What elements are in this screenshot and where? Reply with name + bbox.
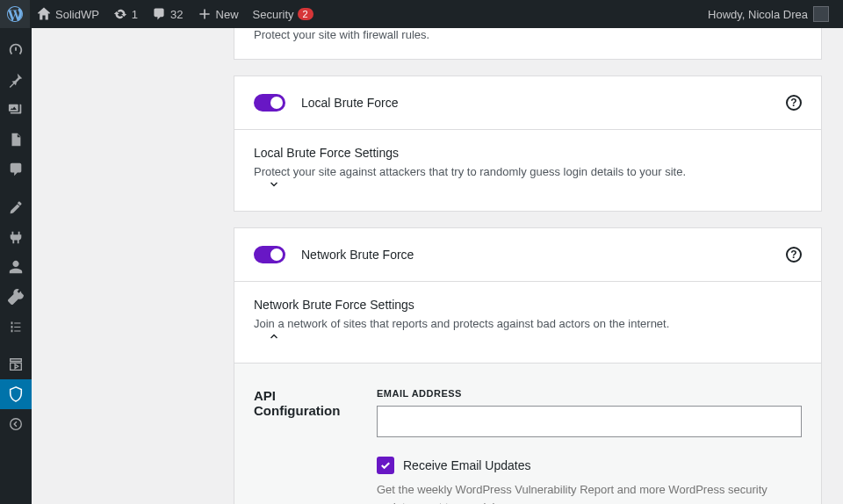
account-link[interactable]: Howdy, Nicola Drea	[701, 0, 836, 28]
sidebar-plugins[interactable]	[0, 222, 32, 252]
howdy-text: Howdy, Nicola Drea	[708, 8, 808, 21]
network-bf-expanded: API Configuration EMAIL ADDRESS Receive …	[234, 364, 821, 504]
dashboard-icon	[8, 42, 24, 58]
sidebar-separator	[5, 188, 26, 189]
new-label: New	[216, 8, 239, 21]
sidebar-media[interactable]	[0, 95, 32, 125]
security-label: Security	[253, 8, 294, 21]
sidebar-appearance[interactable]	[0, 192, 32, 222]
sidebar-collapse[interactable]	[0, 409, 32, 439]
admin-bar-left: SolidWP 1 32 New Security 2	[0, 0, 321, 28]
email-input[interactable]	[377, 406, 802, 437]
local-bf-header: Local Brute Force ?	[234, 76, 821, 130]
home-icon	[37, 7, 51, 21]
update-icon	[113, 7, 127, 21]
email-label: EMAIL ADDRESS	[377, 388, 802, 399]
sidebar-posts[interactable]	[0, 65, 32, 95]
check-icon	[379, 459, 392, 472]
wp-logo[interactable]	[0, 0, 30, 28]
comment-icon	[152, 7, 166, 21]
main-content: Protect your site with firewall rules. L…	[32, 28, 843, 504]
svg-point-0	[11, 419, 22, 430]
sidebar-security[interactable]	[0, 379, 32, 409]
local-bf-settings-row[interactable]: Local Brute Force Settings Protect your …	[234, 130, 821, 211]
admin-bar: SolidWP 1 32 New Security 2 Howdy, Nicol…	[0, 0, 843, 28]
api-config-label: API Configuration	[254, 388, 377, 504]
network-bf-settings-row[interactable]: Network Brute Force Settings Join a netw…	[234, 282, 821, 364]
sidebar-comments[interactable]	[0, 155, 32, 184]
local-bf-settings-desc: Protect your site against attackers that…	[254, 165, 802, 178]
network-bf-info[interactable]: ?	[786, 247, 802, 263]
network-brute-force-card: Network Brute Force ? Network Brute Forc…	[234, 227, 822, 504]
local-brute-force-card: Local Brute Force ? Local Brute Force Se…	[234, 76, 822, 212]
firewall-desc: Protect your site with firewall rules.	[254, 28, 802, 41]
network-bf-title: Network Brute Force	[301, 248, 414, 262]
network-bf-settings-title: Network Brute Force Settings	[254, 298, 802, 312]
chevron-up-icon	[268, 330, 280, 342]
receive-emails-checkbox[interactable]	[377, 457, 394, 474]
firewall-settings-row: Protect your site with firewall rules.	[234, 28, 821, 59]
site-name-link[interactable]: SolidWP	[30, 0, 106, 28]
backup-icon	[8, 356, 24, 372]
plus-icon	[198, 7, 212, 21]
pin-icon	[8, 72, 24, 88]
network-bf-settings-desc: Join a network of sites that reports and…	[254, 317, 802, 330]
network-bf-header: Network Brute Force ?	[234, 228, 821, 282]
local-bf-info[interactable]: ?	[786, 95, 802, 111]
local-bf-toggle[interactable]	[254, 94, 285, 112]
sidebar-dashboard[interactable]	[0, 35, 32, 65]
comments-icon	[8, 162, 24, 177]
sidebar-backup[interactable]	[0, 349, 32, 379]
new-link[interactable]: New	[191, 0, 246, 28]
firewall-card: Protect your site with firewall rules.	[234, 28, 822, 60]
sidebar-users[interactable]	[0, 252, 32, 282]
collapse-icon	[8, 416, 24, 432]
comments-link[interactable]: 32	[145, 0, 190, 28]
comments-count: 32	[170, 8, 183, 21]
sidebar-pages[interactable]	[0, 125, 32, 155]
updates-count: 1	[132, 8, 138, 21]
user-icon	[8, 259, 24, 275]
site-name: SolidWP	[55, 8, 99, 21]
avatar	[813, 6, 829, 22]
api-config-fields: EMAIL ADDRESS Receive Email Updates Get …	[377, 388, 802, 504]
network-bf-toggle[interactable]	[254, 246, 285, 263]
receive-emails-label: Receive Email Updates	[403, 458, 531, 472]
sliders-icon	[8, 319, 24, 335]
local-bf-title: Local Brute Force	[301, 96, 399, 110]
local-bf-settings-title: Local Brute Force Settings	[254, 146, 802, 160]
media-icon	[8, 102, 24, 118]
security-badge: 2	[298, 8, 313, 20]
plugin-icon	[8, 229, 24, 245]
admin-bar-right: Howdy, Nicola Drea	[701, 0, 836, 28]
updates-link[interactable]: 1	[106, 0, 145, 28]
security-link[interactable]: Security 2	[246, 0, 321, 28]
shield-icon	[8, 386, 24, 402]
sidebar-tools[interactable]	[0, 282, 32, 312]
sidebar-separator-2	[5, 345, 26, 346]
pages-icon	[8, 132, 24, 148]
sidebar-settings[interactable]	[0, 312, 32, 342]
chevron-down-icon	[268, 178, 280, 191]
brush-icon	[8, 199, 24, 215]
wordpress-icon	[7, 6, 23, 22]
receive-emails-help: Get the weekly WordPress Vulnerability R…	[377, 481, 802, 504]
admin-sidebar	[0, 28, 32, 504]
wrench-icon	[8, 289, 24, 305]
